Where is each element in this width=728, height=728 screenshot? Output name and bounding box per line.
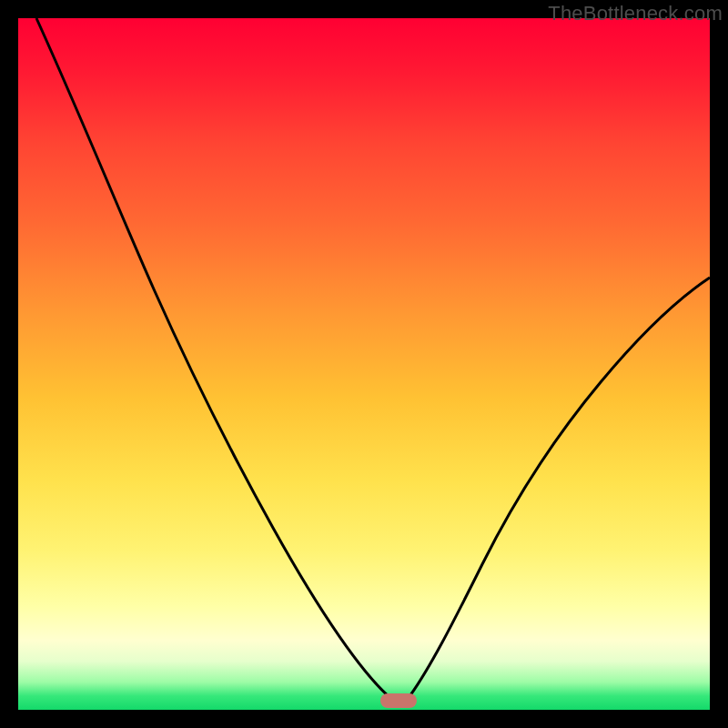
curve-right-arm xyxy=(405,278,710,703)
watermark-text: TheBottleneck.com xyxy=(548,2,723,25)
plot-area xyxy=(18,18,710,710)
curve-left-arm xyxy=(36,18,396,703)
chart-frame: TheBottleneck.com xyxy=(0,0,728,728)
bottleneck-curve xyxy=(18,18,710,710)
optimal-marker xyxy=(380,693,417,708)
